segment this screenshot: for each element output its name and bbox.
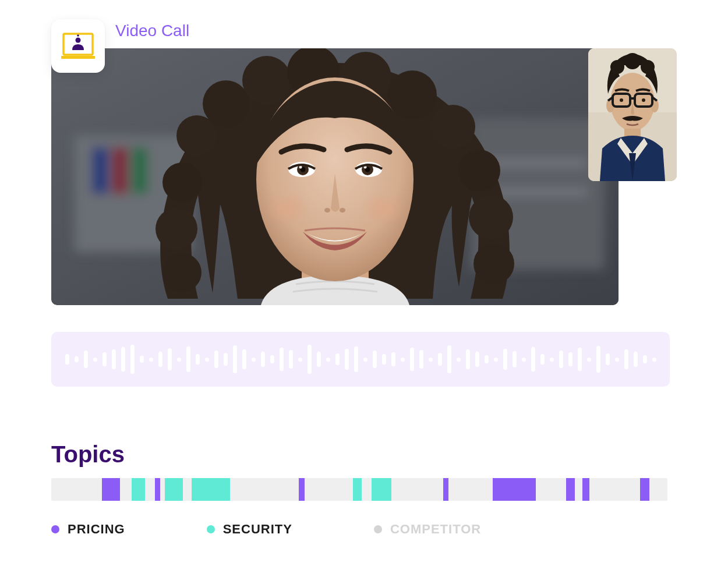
waveform-bar	[429, 358, 433, 362]
svg-point-17	[388, 70, 437, 119]
svg-point-21	[473, 243, 514, 284]
waveform-bar	[540, 354, 545, 365]
svg-rect-6	[92, 147, 108, 194]
svg-point-22	[162, 162, 202, 202]
waveform-bar	[196, 354, 200, 365]
legend-item[interactable]: COMPETITOR	[374, 522, 481, 537]
waveform-bar	[168, 348, 172, 370]
waveform-bar	[252, 358, 256, 362]
waveform-bar	[382, 354, 386, 365]
waveform-bar	[485, 355, 489, 363]
audio-waveform[interactable]	[51, 332, 670, 387]
waveform-bar	[531, 347, 535, 372]
legend-item[interactable]: SECURITY	[207, 522, 292, 537]
waveform-bar	[326, 358, 330, 362]
waveform-bar	[224, 353, 228, 366]
waveform-bar	[559, 351, 563, 368]
waveform-bar	[205, 358, 209, 362]
waveform-bar	[652, 358, 656, 362]
waveform-bar	[335, 353, 340, 365]
waveform-bar	[494, 358, 498, 362]
waveform-bar	[475, 352, 479, 367]
waveform-bar	[308, 345, 312, 374]
svg-rect-8	[132, 147, 148, 194]
waveform-bar	[140, 356, 144, 363]
topic-segment[interactable]	[582, 478, 589, 501]
waveform-bar	[93, 358, 97, 362]
waveform-bar	[587, 358, 591, 362]
topics-legend: PRICINGSECURITYCOMPETITOR	[51, 522, 677, 537]
waveform-bar	[280, 348, 284, 371]
waveform-bar	[634, 352, 638, 367]
waveform-bar	[149, 358, 153, 362]
waveform-bar	[410, 348, 414, 371]
waveform-bar	[298, 358, 302, 362]
legend-dot	[207, 525, 215, 533]
topic-segment[interactable]	[132, 478, 145, 501]
topic-segment[interactable]	[155, 478, 161, 501]
topic-segment[interactable]	[566, 478, 575, 501]
topic-segment[interactable]	[372, 478, 391, 501]
waveform-bar	[75, 356, 79, 362]
main-participant-video[interactable]	[51, 48, 619, 305]
svg-point-53	[642, 98, 645, 102]
waveform-bar	[242, 349, 246, 369]
waveform-bar	[84, 351, 88, 368]
topic-segment[interactable]	[165, 478, 183, 501]
waveform-bar	[345, 349, 349, 370]
waveform-bar	[158, 352, 162, 367]
topic-segment[interactable]	[353, 478, 362, 501]
svg-point-27	[265, 192, 309, 225]
waveform-bar	[568, 352, 572, 366]
topic-segment[interactable]	[493, 478, 536, 501]
svg-point-37	[324, 208, 330, 213]
svg-rect-7	[112, 147, 128, 194]
waveform-bar	[317, 352, 321, 367]
topic-segment[interactable]	[299, 478, 305, 501]
svg-point-24	[163, 253, 202, 292]
legend-label: SECURITY	[223, 522, 292, 537]
waveform-bar	[270, 355, 274, 363]
waveform-bar	[606, 353, 610, 365]
video-call-icon	[61, 31, 95, 61]
waveform-bar	[233, 345, 237, 373]
topic-segment[interactable]	[443, 478, 449, 501]
topics-heading: Topics	[51, 441, 677, 468]
waveform-bar	[261, 352, 265, 367]
svg-point-52	[620, 98, 623, 102]
svg-point-18	[431, 105, 475, 149]
legend-item[interactable]: PRICING	[51, 522, 125, 537]
topic-segment[interactable]	[102, 478, 121, 501]
svg-point-13	[203, 80, 249, 127]
waveform-bar	[214, 351, 218, 368]
waveform-bar	[401, 358, 405, 362]
waveform-bar	[550, 358, 554, 362]
waveform-bar	[112, 349, 116, 369]
waveform-bar	[363, 358, 367, 362]
svg-point-28	[361, 192, 405, 225]
video-call-area	[51, 48, 677, 305]
svg-point-32	[299, 166, 302, 169]
svg-point-3	[77, 34, 79, 37]
waveform-bar	[503, 349, 507, 370]
waveform-bar	[186, 346, 190, 372]
waveform-bar	[624, 349, 628, 369]
waveform-bar	[391, 352, 395, 366]
waveform-bar	[65, 354, 69, 365]
page-title: Video Call	[115, 22, 189, 40]
legend-label: PRICING	[68, 522, 125, 537]
topics-timeline[interactable]	[51, 478, 667, 501]
waveform-bar	[103, 352, 107, 366]
waveform-bar	[373, 351, 377, 368]
waveform-bar	[513, 351, 517, 367]
svg-point-38	[340, 208, 345, 213]
legend-dot	[374, 525, 382, 533]
legend-label: COMPETITOR	[390, 522, 481, 537]
waveform-bar	[354, 346, 358, 372]
waveform-bar	[419, 350, 423, 369]
waveform-bar	[130, 345, 135, 374]
waveform-bar	[177, 358, 181, 362]
topic-segment[interactable]	[640, 478, 649, 501]
svg-point-23	[156, 208, 197, 250]
topic-segment[interactable]	[192, 478, 230, 501]
